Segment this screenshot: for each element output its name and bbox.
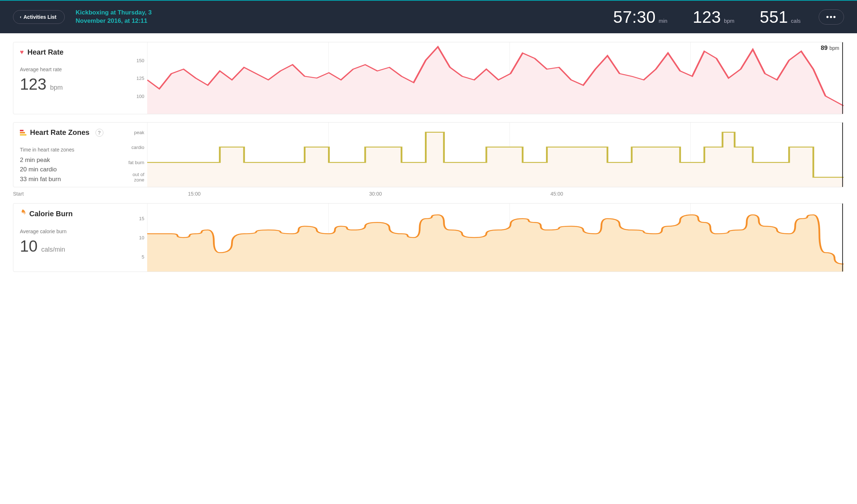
hr-tick-125: 125 (136, 76, 144, 81)
main-content: ♥ Heart Rate Average heart rate 123 bpm … (0, 33, 857, 289)
help-icon[interactable]: ? (95, 129, 103, 137)
hr-zones-title: Heart Rate Zones ? (20, 128, 115, 137)
avg-hr-display: 123 bpm (20, 75, 115, 93)
activity-title: Kickboxing at Thursday, 3 November 2016,… (76, 9, 170, 25)
hr-zones-card: Heart Rate Zones ? Time in heart rate zo… (13, 122, 844, 187)
calorie-title: Calorie Burn (20, 209, 115, 218)
hr-tooltip-unit: bpm (830, 45, 839, 51)
svg-rect-0 (20, 130, 24, 131)
heart-rate-title-text: Heart Rate (27, 48, 64, 56)
stat-avg-hr: 123 bpm (693, 7, 734, 27)
avg-cal-unit: cals/min (41, 246, 65, 253)
cal-tick-15: 15 (139, 216, 144, 221)
time-tick-45: 45:00 (550, 191, 563, 197)
avg-cal-value: 10 (20, 237, 38, 255)
hr-zones-chart[interactable] (147, 123, 844, 187)
more-menu-button[interactable]: ••• (819, 9, 844, 25)
heart-rate-title: ♥ Heart Rate (20, 48, 115, 56)
hr-svg (147, 42, 844, 114)
top-header: ‹ Activities List Kickboxing at Thursday… (0, 0, 857, 33)
zone-label-fatburn: fat burn (128, 160, 144, 165)
hr-zones-sub: Time in heart rate zones (20, 147, 115, 153)
calories-unit: cals (791, 18, 801, 24)
avg-hr-big-value: 123 (20, 75, 46, 93)
zone-label-cardio: cardio (132, 144, 144, 150)
stat-calories: 551 cals (760, 7, 801, 27)
avg-hr-value: 123 (693, 7, 721, 27)
heart-icon: ♥ (20, 48, 24, 56)
cal-svg (147, 204, 844, 272)
zone-cardio-text: 20 min cardio (20, 165, 115, 174)
zone-label-out: out of zone (122, 172, 144, 183)
calorie-chart[interactable] (147, 204, 844, 272)
hr-zones-title-text: Heart Rate Zones (30, 128, 90, 137)
svg-rect-1 (20, 132, 25, 133)
heart-rate-chart[interactable]: 89 bpm (147, 42, 844, 114)
chart-cursor[interactable] (842, 204, 843, 272)
zones-y-axis: peak cardio fat burn out of zone (122, 123, 147, 187)
zone-fatburn-text: 33 min fat burn (20, 175, 115, 184)
heart-rate-card: ♥ Heart Rate Average heart rate 123 bpm … (13, 42, 844, 114)
avg-hr-big-unit: bpm (50, 84, 63, 91)
time-tick-start: Start (13, 191, 24, 197)
heart-rate-sub: Average heart rate (20, 67, 115, 72)
calorie-card: Calorie Burn Average calorie burn 10 cal… (13, 203, 844, 272)
back-label: Activities List (24, 14, 56, 20)
hr-zones-summary: Heart Rate Zones ? Time in heart rate zo… (13, 123, 122, 187)
heart-rate-summary: ♥ Heart Rate Average heart rate 123 bpm (13, 42, 122, 114)
calorie-sub: Average calorie burn (20, 228, 115, 234)
calorie-title-text: Calorie Burn (29, 210, 73, 218)
calories-value: 551 (760, 7, 788, 27)
hr-tooltip-value: 89 (821, 44, 828, 52)
time-tick-30: 30:00 (369, 191, 382, 197)
hr-tick-100: 100 (136, 93, 144, 99)
hr-y-axis: 150 125 100 (122, 42, 147, 114)
hr-tick-150: 150 (136, 57, 144, 63)
zones-svg (147, 123, 844, 187)
flame-icon (20, 209, 26, 218)
time-axis: Start 15:00 30:00 45:00 (13, 191, 844, 198)
stat-duration: 57:30 min (613, 7, 668, 27)
cal-tick-5: 5 (142, 254, 144, 259)
ellipsis-icon: ••• (826, 12, 836, 21)
cal-tick-10: 10 (139, 235, 144, 240)
activities-list-button[interactable]: ‹ Activities List (13, 10, 65, 24)
duration-unit: min (658, 18, 667, 24)
cal-y-axis: 15 10 5 (122, 204, 147, 272)
duration-value: 57:30 (613, 7, 656, 27)
chart-cursor[interactable] (842, 123, 843, 187)
svg-rect-2 (20, 134, 26, 136)
zone-label-peak: peak (134, 129, 144, 135)
chevron-left-icon: ‹ (20, 14, 21, 20)
hr-tooltip: 89 bpm (821, 44, 839, 52)
calorie-summary: Calorie Burn Average calorie burn 10 cal… (13, 204, 122, 272)
zone-peak-text: 2 min peak (20, 155, 115, 165)
time-tick-15: 15:00 (188, 191, 201, 197)
zones-icon (20, 130, 26, 136)
avg-cal-display: 10 cals/min (20, 237, 115, 255)
avg-hr-unit: bpm (724, 18, 734, 24)
zone-breakdown: 2 min peak 20 min cardio 33 min fat burn (20, 155, 115, 184)
chart-cursor[interactable] (842, 42, 843, 114)
header-stats: 57:30 min 123 bpm 551 cals (613, 7, 801, 27)
